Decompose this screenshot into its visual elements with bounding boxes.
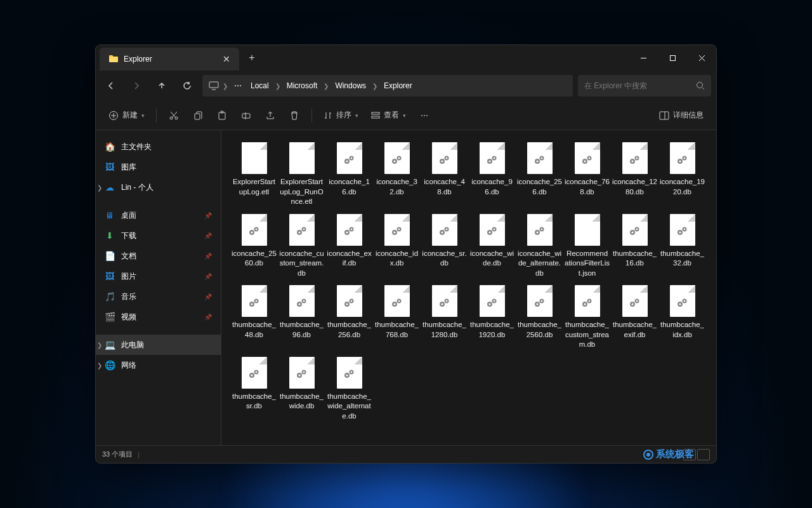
new-button[interactable]: 新建 ▾: [103, 105, 150, 126]
close-window-button[interactable]: [687, 45, 716, 70]
file-item[interactable]: iconcache_wide_alternate.db: [516, 211, 563, 283]
file-item[interactable]: thumbcache_wide.db: [278, 354, 325, 425]
file-item[interactable]: thumbcache_1920.db: [468, 282, 516, 354]
file-item[interactable]: ExplorerStartupLog_RunOnce.etl: [278, 139, 325, 211]
minimize-button[interactable]: [629, 45, 658, 70]
file-label: thumbcache_sr.db: [232, 392, 277, 411]
file-item[interactable]: RecommendationsFilterList.json: [563, 211, 611, 283]
close-tab-icon[interactable]: ✕: [223, 54, 230, 64]
breadcrumb-segment[interactable]: Explorer: [381, 79, 415, 93]
file-label: thumbcache_1280.db: [422, 320, 467, 340]
tab-explorer[interactable]: Explorer ✕: [100, 48, 239, 70]
sidebar-item-music[interactable]: 🎵音乐📌: [96, 286, 221, 307]
file-item[interactable]: iconcache_256.db: [516, 139, 563, 211]
rename-button[interactable]: [235, 105, 257, 126]
copy-button[interactable]: [187, 105, 209, 126]
file-item[interactable]: iconcache_16.db: [325, 139, 373, 211]
file-item[interactable]: thumbcache_idx.db: [658, 282, 706, 354]
file-item[interactable]: iconcache_2560.db: [230, 211, 278, 283]
sidebar-item-home[interactable]: 🏠主文件夹: [96, 137, 221, 157]
file-item[interactable]: iconcache_wide.db: [468, 211, 516, 283]
chevron-right-icon[interactable]: ❯: [97, 184, 102, 191]
file-item[interactable]: iconcache_idx.db: [373, 211, 421, 283]
details-pane-button[interactable]: 详细信息: [654, 105, 709, 126]
titlebar: Explorer ✕ +: [96, 45, 716, 70]
svg-point-18: [346, 160, 348, 162]
file-item[interactable]: iconcache_exif.db: [325, 211, 373, 283]
sidebar-item-videos[interactable]: 🎬视频📌: [96, 307, 221, 327]
file-item[interactable]: iconcache_1280.db: [611, 139, 658, 211]
sidebar-item-gallery[interactable]: 🖼图库: [96, 157, 221, 177]
svg-point-110: [536, 303, 538, 305]
search-input[interactable]: [584, 81, 696, 90]
file-label: iconcache_wide.db: [469, 249, 514, 269]
sidebar-item-documents[interactable]: 📄文档📌: [96, 246, 221, 266]
view-grid-button[interactable]: [697, 449, 710, 460]
file-item[interactable]: iconcache_32.db: [373, 139, 421, 211]
forward-button[interactable]: [126, 76, 147, 96]
file-item[interactable]: thumbcache_2560.db: [516, 282, 563, 354]
paste-button[interactable]: [211, 105, 233, 126]
file-label: iconcache_idx.db: [374, 249, 419, 269]
file-item[interactable]: ExplorerStartupLog.etl: [230, 139, 278, 211]
share-button[interactable]: [259, 105, 281, 126]
back-button[interactable]: [101, 76, 121, 96]
more-button[interactable]: ⋯: [414, 105, 435, 126]
maximize-button[interactable]: [658, 45, 687, 70]
file-item[interactable]: iconcache_1920.db: [658, 139, 706, 211]
sidebar-item-pictures[interactable]: 🖼图片📌: [96, 266, 221, 286]
sidebar-item-thispc[interactable]: ❯💻此电脑: [96, 335, 221, 355]
file-item[interactable]: thumbcache_16.db: [611, 211, 658, 283]
breadcrumb-segment[interactable]: Microsoft: [284, 79, 320, 93]
file-label: thumbcache_2560.db: [517, 320, 562, 340]
svg-point-86: [251, 303, 252, 305]
file-item[interactable]: iconcache_48.db: [421, 139, 468, 211]
file-item[interactable]: thumbcache_96.db: [278, 282, 325, 354]
file-label: iconcache_768.db: [565, 177, 610, 197]
file-item[interactable]: thumbcache_sr.db: [230, 354, 278, 425]
file-item[interactable]: thumbcache_1280.db: [421, 282, 468, 354]
file-item[interactable]: thumbcache_exif.db: [611, 282, 658, 354]
delete-button[interactable]: [284, 105, 305, 126]
tab-title: Explorer: [124, 55, 152, 64]
sidebar-item-downloads[interactable]: ⬇下载📌: [96, 225, 221, 246]
breadcrumb-segment[interactable]: Windows: [332, 79, 369, 93]
svg-point-32: [493, 157, 495, 159]
svg-point-30: [488, 160, 490, 162]
file-item[interactable]: iconcache_sr.db: [421, 211, 468, 283]
breadcrumb-more[interactable]: ⋯: [232, 79, 244, 93]
sidebar-item-network[interactable]: ❯🌐网络: [96, 355, 221, 375]
chevron-right-icon[interactable]: ❯: [97, 362, 102, 369]
file-item[interactable]: thumbcache_256.db: [325, 282, 373, 354]
up-button[interactable]: [152, 76, 172, 96]
file-item[interactable]: thumbcache_48.db: [230, 282, 278, 354]
chevron-right-icon[interactable]: ❯: [97, 342, 102, 349]
svg-point-54: [298, 232, 300, 234]
view-button[interactable]: 查看 ▾: [366, 105, 411, 126]
file-item[interactable]: iconcache_96.db: [468, 139, 516, 211]
sidebar-item-personal[interactable]: ❯☁Lin - 个人: [96, 177, 221, 197]
svg-point-114: [584, 303, 586, 305]
file-item[interactable]: thumbcache_wide_alternate.db: [325, 354, 373, 425]
svg-point-108: [493, 300, 495, 302]
sidebar-item-desktop[interactable]: 🖥桌面📌: [96, 205, 221, 225]
file-item[interactable]: thumbcache_32.db: [658, 211, 706, 283]
sort-button[interactable]: 排序 ▾: [318, 105, 363, 126]
refresh-button[interactable]: [177, 76, 197, 96]
file-item[interactable]: iconcache_768.db: [563, 139, 611, 211]
file-item[interactable]: thumbcache_768.db: [373, 282, 421, 354]
file-item[interactable]: iconcache_custom_stream.db: [278, 211, 325, 283]
address-bar[interactable]: ❯ ⋯ Local❯Microsoft❯Windows❯Explorer: [202, 75, 573, 97]
pin-icon: 📌: [204, 273, 212, 280]
breadcrumb-segment[interactable]: Local: [248, 79, 272, 93]
new-tab-button[interactable]: +: [239, 52, 265, 64]
file-pane[interactable]: ExplorerStartupLog.etl ExplorerStartupLo…: [221, 130, 716, 445]
cut-button[interactable]: [163, 105, 185, 126]
svg-point-28: [445, 157, 447, 159]
search-box[interactable]: [578, 75, 711, 97]
file-icon: [289, 356, 315, 389]
svg-point-72: [493, 229, 495, 231]
address-row: ❯ ⋯ Local❯Microsoft❯Windows❯Explorer: [96, 70, 716, 101]
file-icon: [384, 213, 410, 246]
file-item[interactable]: thumbcache_custom_stream.db: [563, 282, 611, 354]
